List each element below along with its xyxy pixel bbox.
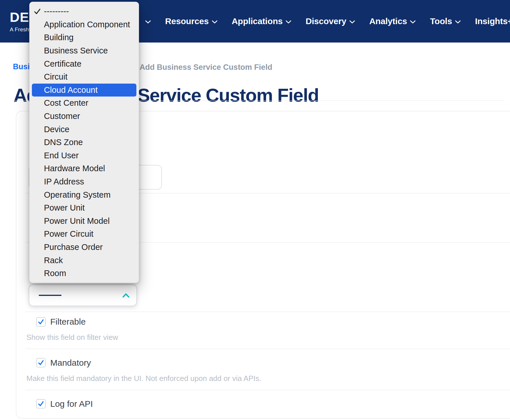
- breadcrumb-current: Add Business Service Custom Field: [140, 63, 272, 72]
- dropdown-option-label: Room: [44, 269, 66, 278]
- checkbox-label: Log for API: [50, 399, 93, 409]
- dropdown-option-label: Power Circuit: [44, 229, 93, 239]
- nav-menu-item[interactable]: Tools: [430, 16, 461, 26]
- dropdown-option[interactable]: Building: [30, 31, 139, 44]
- nav-menu-item[interactable]: Applications: [232, 16, 292, 26]
- chevron-down-icon: [455, 20, 461, 24]
- form-field: Mandatory Make this field mandatory in t…: [25, 357, 510, 390]
- dropdown-option[interactable]: Application Component: [30, 18, 139, 31]
- helper-text: Make this field mandatory in the UI. Not…: [25, 374, 510, 383]
- dropdown-option[interactable]: Rack: [30, 254, 139, 267]
- dropdown-option[interactable]: Hardware Model: [30, 162, 139, 175]
- checkbox-row[interactable]: Log for API: [25, 398, 510, 410]
- dropdown-option-label: DNS Zone: [44, 138, 83, 147]
- dropdown-option-label: Hardware Model: [44, 164, 105, 173]
- nav-menu-item[interactable]: Insights+: [475, 16, 510, 26]
- dropdown-option-label: Cost Center: [44, 98, 88, 108]
- form-field: Log for API: [25, 398, 510, 410]
- section-divider: [25, 390, 510, 390]
- dropdown-option[interactable]: Operating System: [30, 188, 139, 201]
- dropdown-option[interactable]: IP Address: [30, 175, 139, 188]
- nav-menu-item[interactable]: Discovery: [306, 16, 355, 26]
- chevron-up-icon: [122, 293, 130, 298]
- dropdown-option[interactable]: ---------: [30, 5, 139, 18]
- checkbox[interactable]: [36, 358, 46, 367]
- dropdown-option[interactable]: End User: [30, 149, 139, 162]
- check-icon: [38, 400, 44, 407]
- checkbox-fields: Filterable Show this field on filter vie…: [25, 315, 510, 410]
- nav-menu-item[interactable]: Resources: [165, 16, 218, 26]
- nav-menu-label: Discovery: [306, 16, 346, 26]
- dropdown-option[interactable]: Certificate: [30, 57, 139, 70]
- dropdown-option-label: Business Service: [44, 46, 108, 55]
- dropdown-option[interactable]: Room: [30, 267, 139, 280]
- chevron-down-icon: [285, 20, 291, 24]
- checkbox-row[interactable]: Mandatory: [25, 357, 510, 369]
- dropdown-option[interactable]: DNS Zone: [30, 136, 139, 149]
- dropdown-option[interactable]: Device: [30, 123, 139, 136]
- dropdown-option-label: End User: [44, 151, 79, 160]
- section-divider: [25, 312, 510, 312]
- chevron-down-icon: [349, 20, 355, 24]
- dropdown-option[interactable]: Circuit: [30, 70, 139, 84]
- dropdown-option[interactable]: Cost Center: [30, 97, 139, 110]
- nav-menu-label: Insights+: [475, 16, 510, 26]
- checkbox[interactable]: [36, 317, 46, 327]
- entity-dropdown-menu: --------- Application Component Building…: [29, 2, 139, 283]
- dropdown-option[interactable]: Power Unit Model: [30, 215, 139, 228]
- dropdown-option-label: Rack: [44, 256, 63, 265]
- checkbox-row[interactable]: Filterable: [25, 315, 510, 328]
- dropdown-option[interactable]: Customer: [30, 110, 139, 123]
- dropdown-option[interactable]: Cloud Account: [32, 84, 136, 97]
- helper-text: Show this field on filter view: [25, 333, 510, 342]
- dropdown-option-label: Power Unit: [44, 203, 85, 213]
- checkbox-label: Mandatory: [50, 358, 91, 368]
- nav-menu-label: Tools: [430, 16, 452, 26]
- nav-menu-item[interactable]: [142, 19, 151, 24]
- dropdown-option-label: Cloud Account: [44, 85, 98, 95]
- check-icon: [34, 8, 41, 15]
- dropdown-option-label: Certificate: [44, 59, 82, 69]
- dropdown-option-label: Customer: [44, 111, 80, 121]
- select-placeholder-value: [39, 295, 61, 296]
- nav-menu-label: Resources: [165, 16, 209, 26]
- checkbox[interactable]: [36, 399, 46, 409]
- dropdown-option[interactable]: Power Unit: [30, 201, 139, 215]
- dropdown-option-label: ---------: [44, 7, 69, 16]
- main-nav: Resources Applications Discovery: [142, 0, 510, 43]
- dropdown-option[interactable]: Power Circuit: [30, 228, 139, 241]
- nav-menu-label: Analytics: [369, 16, 407, 26]
- dropdown-option-label: Circuit: [44, 72, 67, 82]
- checkbox-label: Filterable: [50, 317, 86, 327]
- dropdown-option-label: IP Address: [44, 177, 84, 186]
- nav-menu-label: Applications: [232, 16, 283, 26]
- dropdown-option-label: Power Unit Model: [44, 216, 110, 226]
- dropdown-option-label: Application Component: [44, 20, 130, 29]
- dropdown-option-label: Device: [44, 125, 69, 134]
- chevron-down-icon: [145, 20, 151, 24]
- dropdown-option[interactable]: Purchase Order: [30, 241, 139, 254]
- dropdown-option-label: Purchase Order: [44, 242, 103, 252]
- dropdown-option[interactable]: Business Service: [30, 44, 139, 57]
- related-entity-select[interactable]: [29, 284, 137, 306]
- section-divider: [25, 349, 510, 349]
- chevron-down-icon: [410, 20, 416, 24]
- check-icon: [38, 359, 44, 366]
- dropdown-option-label: Building: [44, 33, 74, 42]
- nav-menu-item[interactable]: Analytics: [369, 16, 416, 26]
- form-field: Filterable Show this field on filter vie…: [25, 315, 510, 349]
- check-icon: [38, 319, 44, 325]
- chevron-down-icon: [212, 20, 218, 24]
- dropdown-option-label: Operating System: [44, 190, 111, 200]
